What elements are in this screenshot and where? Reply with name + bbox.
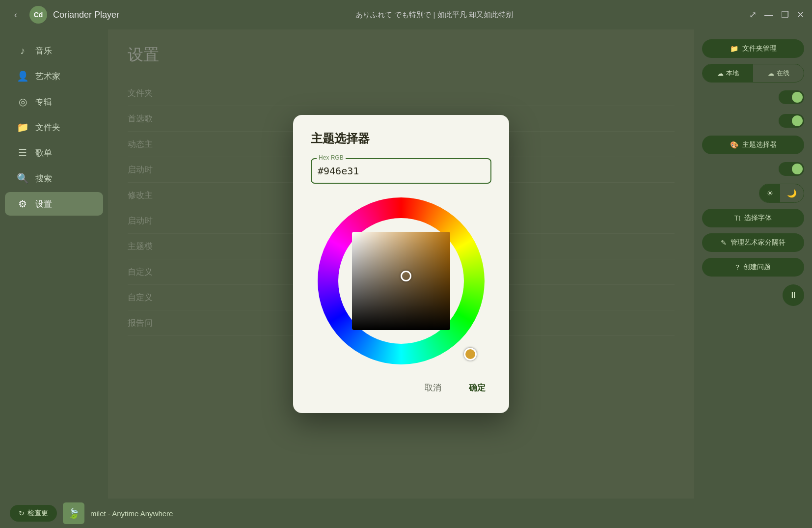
- toggle-2[interactable]: [779, 114, 804, 128]
- cloud-icon: ☁: [768, 70, 774, 77]
- online-tab-button[interactable]: ☁ 在线: [753, 64, 804, 82]
- titlebar: ‹ Cd Coriander Player ありふれて でも特別で | 如此平凡…: [0, 0, 812, 29]
- expand-icon[interactable]: ⤢: [749, 9, 757, 20]
- hex-field-wrapper: Hex RGB: [311, 158, 491, 184]
- local-online-tabs: ☁ 本地 ☁ 在线: [702, 64, 804, 83]
- light-mode-button[interactable]: ☀: [759, 184, 780, 202]
- font-selector-button[interactable]: Tt 选择字体: [702, 209, 804, 227]
- search-icon: 🔍: [17, 172, 28, 184]
- folder-manager-icon: 📁: [730, 45, 738, 53]
- sidebar-label-playlist: 歌单: [35, 147, 52, 159]
- theme-selector-button[interactable]: 🎨 主题选择器: [702, 136, 804, 154]
- folder-manager-button[interactable]: 📁 文件夹管理: [702, 39, 804, 58]
- sidebar-item-artist[interactable]: 👤 艺术家: [5, 64, 103, 88]
- dark-mode-button[interactable]: 🌙: [780, 184, 804, 202]
- album-icon: ◎: [17, 96, 28, 108]
- back-button[interactable]: ‹: [8, 7, 24, 23]
- pause-button[interactable]: ⏸: [783, 284, 804, 306]
- toggle-3[interactable]: [779, 162, 804, 176]
- sun-icon: ☀: [766, 189, 773, 197]
- track-title: milet - Anytime Anywhere: [90, 509, 173, 518]
- main-layout: ♪ 音乐 👤 艺术家 ◎ 专辑 📁 文件夹 ☰ 歌单 🔍 搜索 ⚙ 设置 设置: [0, 29, 812, 499]
- refresh-icon: ↻: [19, 509, 25, 517]
- moon-icon: 🌙: [787, 189, 797, 197]
- font-icon: Tt: [734, 214, 740, 222]
- dialog-actions: 取消 确定: [311, 378, 491, 397]
- sidebar-label-album: 专辑: [35, 96, 52, 108]
- sidebar-item-folder[interactable]: 📁 文件夹: [5, 115, 103, 139]
- app-title: Coriander Player: [53, 10, 119, 20]
- track-thumbnail: 🍃: [63, 502, 84, 524]
- edit-icon: ✎: [721, 239, 727, 247]
- toggle-row-2: [702, 112, 804, 130]
- fullscreen-icon[interactable]: ❐: [781, 9, 789, 20]
- sidebar-item-playlist[interactable]: ☰ 歌单: [5, 141, 103, 165]
- minimize-icon[interactable]: —: [764, 10, 773, 20]
- create-issue-button[interactable]: ? 创建问题: [702, 258, 804, 277]
- hue-wheel-thumb[interactable]: [464, 348, 477, 361]
- window-controls: ⤢ — ❐ ✕: [749, 9, 804, 20]
- close-icon[interactable]: ✕: [797, 9, 804, 20]
- toggle-1[interactable]: [779, 90, 804, 104]
- sidebar-item-search[interactable]: 🔍 搜索: [5, 167, 103, 190]
- color-saturation-square[interactable]: [352, 232, 450, 330]
- artist-separator-button[interactable]: ✎ 管理艺术家分隔符: [702, 233, 804, 252]
- color-picker-area: [311, 197, 491, 364]
- dialog-title: 主题选择器: [311, 131, 491, 146]
- confirm-button[interactable]: 确定: [463, 378, 491, 397]
- gradient-overlay: [352, 232, 450, 330]
- hex-label: Hex RGB: [317, 154, 346, 161]
- toggle-row-3: [702, 160, 804, 178]
- color-wheel-container[interactable]: [318, 197, 485, 364]
- sidebar-label-artist: 艺术家: [35, 71, 60, 82]
- now-playing-marquee: ありふれて でも特別で | 如此平凡 却又如此特别: [145, 10, 724, 20]
- artist-icon: 👤: [17, 70, 28, 82]
- folder-icon: 📁: [17, 121, 28, 133]
- local-tab-button[interactable]: ☁ 本地: [703, 64, 753, 82]
- palette-icon: 🎨: [730, 141, 738, 149]
- hex-input[interactable]: [318, 161, 485, 181]
- right-panel: 📁 文件夹管理 ☁ 本地 ☁ 在线 🎨 主题选择器: [694, 29, 812, 499]
- dialog-overlay: 主题选择器 Hex RGB: [108, 29, 694, 499]
- settings-content: 设置 文件夹 首选歌 动态主 启动时 修改主 启动时 主题模 自定义 自定义 报…: [108, 29, 694, 499]
- settings-icon: ⚙: [17, 198, 28, 210]
- sidebar-label-search: 搜索: [35, 173, 52, 184]
- cancel-button[interactable]: 取消: [419, 378, 447, 397]
- sidebar-label-settings: 设置: [35, 198, 52, 210]
- sidebar-item-settings[interactable]: ⚙ 设置: [5, 192, 103, 216]
- question-icon: ?: [735, 263, 739, 271]
- saturation-picker-thumb[interactable]: [401, 271, 411, 281]
- sidebar: ♪ 音乐 👤 艺术家 ◎ 专辑 📁 文件夹 ☰ 歌单 🔍 搜索 ⚙ 设置: [0, 29, 108, 499]
- sidebar-item-music[interactable]: ♪ 音乐: [5, 39, 103, 62]
- music-icon: ♪: [17, 45, 28, 56]
- toggle-row-1: [702, 88, 804, 106]
- sidebar-item-album[interactable]: ◎ 专辑: [5, 90, 103, 113]
- playlist-icon: ☰: [17, 147, 28, 159]
- sidebar-label-music: 音乐: [35, 45, 52, 56]
- sidebar-label-folder: 文件夹: [35, 122, 60, 133]
- cloud-off-icon: ☁: [717, 70, 724, 77]
- light-dark-toggle: ☀ 🌙: [759, 184, 804, 203]
- bottom-bar: ↻ 检查更 🍃 milet - Anytime Anywhere: [0, 499, 812, 528]
- app-logo: Cd: [29, 6, 47, 24]
- theme-picker-dialog: 主题选择器 Hex RGB: [293, 115, 509, 413]
- refresh-button[interactable]: ↻ 检查更: [10, 505, 57, 522]
